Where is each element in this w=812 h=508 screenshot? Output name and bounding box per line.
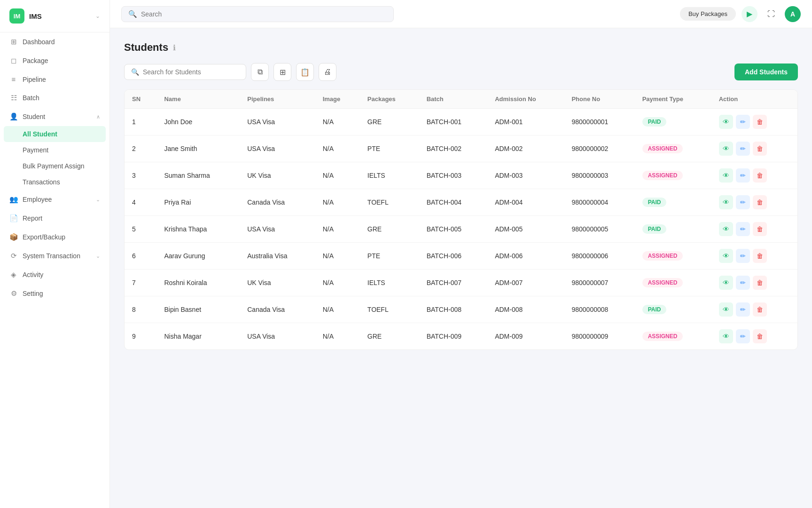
payment-badge: PAID xyxy=(642,117,667,127)
cell-phone-no: 9800000009 xyxy=(564,323,634,350)
edit-button[interactable]: ✏ xyxy=(736,168,750,183)
cell-phone-no: 9800000005 xyxy=(564,216,634,243)
system-transaction-chevron-icon: ⌄ xyxy=(96,253,100,259)
cell-packages: TOEFL xyxy=(360,189,419,216)
cell-name: Suman Sharma xyxy=(156,162,240,189)
edit-button[interactable]: ✏ xyxy=(736,276,750,290)
play-icon-button[interactable]: ▶ xyxy=(742,6,757,22)
table-row: 2 Jane Smith USA Visa N/A PTE BATCH-002 … xyxy=(125,135,797,162)
table-search-wrap[interactable]: 🔍 xyxy=(124,64,246,80)
sidebar-item-package[interactable]: ◻ Package xyxy=(0,51,109,70)
view-button[interactable]: 👁 xyxy=(719,302,733,317)
sidebar-item-batch[interactable]: ☷ Batch xyxy=(0,88,109,107)
cell-name: John Doe xyxy=(156,109,240,135)
delete-button[interactable]: 🗑 xyxy=(753,276,767,290)
delete-button[interactable]: 🗑 xyxy=(753,168,767,183)
sidebar-item-all-student[interactable]: All Student xyxy=(4,126,106,142)
edit-button[interactable]: ✏ xyxy=(736,142,750,156)
cell-payment-type: ASSIGNED xyxy=(635,162,711,189)
sidebar-item-activity[interactable]: ◈ Activity xyxy=(0,265,109,284)
view-button[interactable]: 👁 xyxy=(719,276,733,290)
cell-pipelines: USA Visa xyxy=(240,109,315,135)
page-header: Students ℹ xyxy=(124,41,798,54)
sidebar-label-package: Package xyxy=(23,57,48,64)
cell-name: Jane Smith xyxy=(156,135,240,162)
info-icon[interactable]: ℹ xyxy=(173,43,176,52)
delete-button[interactable]: 🗑 xyxy=(753,249,767,263)
global-search-wrap[interactable]: 🔍 xyxy=(121,6,394,22)
print-button[interactable]: 🖨 xyxy=(319,63,336,81)
delete-button[interactable]: 🗑 xyxy=(753,302,767,317)
sidebar-item-report[interactable]: 📄 Report xyxy=(0,209,109,228)
cell-phone-no: 9800000006 xyxy=(564,243,634,270)
cell-image: N/A xyxy=(315,270,360,296)
add-students-button[interactable]: Add Students xyxy=(734,64,798,80)
delete-button[interactable]: 🗑 xyxy=(753,142,767,156)
cell-admission-no: ADM-008 xyxy=(487,296,564,323)
view-button[interactable]: 👁 xyxy=(719,142,733,156)
delete-button[interactable]: 🗑 xyxy=(753,195,767,209)
cell-admission-no: ADM-004 xyxy=(487,189,564,216)
view-button[interactable]: 👁 xyxy=(719,115,733,129)
cell-batch: BATCH-006 xyxy=(419,243,488,270)
sidebar-item-dashboard[interactable]: ⊞ Dashboard xyxy=(0,32,109,51)
sidebar-item-employee[interactable]: 👥 Employee ⌄ xyxy=(0,190,109,209)
avatar[interactable]: A xyxy=(785,6,801,22)
view-button[interactable]: 👁 xyxy=(719,249,733,263)
view-button[interactable]: 👁 xyxy=(719,195,733,209)
sidebar-item-student[interactable]: 👤 Student ∧ xyxy=(0,107,109,126)
delete-button[interactable]: 🗑 xyxy=(753,329,767,343)
edit-button[interactable]: ✏ xyxy=(736,222,750,236)
cell-packages: GRE xyxy=(360,109,419,135)
cell-sn: 3 xyxy=(125,162,156,189)
action-buttons: 👁 ✏ 🗑 xyxy=(719,168,790,183)
view-button[interactable]: 👁 xyxy=(719,329,733,343)
students-table: SN Name Pipelines Image Packages Batch A… xyxy=(125,90,797,349)
fullscreen-button[interactable]: ⛶ xyxy=(763,6,779,22)
sidebar-item-system-transaction[interactable]: ⟳ System Transaction ⌄ xyxy=(0,246,109,265)
sidebar-item-setting[interactable]: ⚙ Setting xyxy=(0,284,109,303)
sidebar-item-export-backup[interactable]: 📦 Export/Backup xyxy=(0,228,109,246)
edit-button[interactable]: ✏ xyxy=(736,249,750,263)
cell-payment-type: PAID xyxy=(635,189,711,216)
edit-button[interactable]: ✏ xyxy=(736,302,750,317)
copy-button[interactable]: ⧉ xyxy=(251,63,269,81)
sidebar-item-transactions[interactable]: Transactions xyxy=(0,174,109,190)
excel-button[interactable]: ⊞ xyxy=(273,63,291,81)
cell-batch: BATCH-008 xyxy=(419,296,488,323)
view-button[interactable]: 👁 xyxy=(719,222,733,236)
buy-packages-button[interactable]: Buy Packages xyxy=(680,7,736,21)
csv-button[interactable]: 📋 xyxy=(296,63,314,81)
cell-image: N/A xyxy=(315,135,360,162)
global-search-input[interactable] xyxy=(141,10,387,18)
col-image: Image xyxy=(315,90,360,109)
sidebar-label-bulk-payment-assign: Bulk Payment Assign xyxy=(23,162,85,170)
cell-image: N/A xyxy=(315,323,360,350)
sidebar-item-bulk-payment-assign[interactable]: Bulk Payment Assign xyxy=(0,158,109,174)
cell-packages: IELTS xyxy=(360,162,419,189)
sidebar-logo[interactable]: IM IMS ⌄ xyxy=(0,0,109,32)
cell-payment-type: PAID xyxy=(635,109,711,135)
col-admission-no: Admission No xyxy=(487,90,564,109)
cell-name: Priya Rai xyxy=(156,189,240,216)
view-button[interactable]: 👁 xyxy=(719,168,733,183)
topbar-actions: Buy Packages ▶ ⛶ A xyxy=(680,6,801,22)
edit-button[interactable]: ✏ xyxy=(736,115,750,129)
cell-pipelines: UK Visa xyxy=(240,270,315,296)
table-search-input[interactable] xyxy=(143,68,239,76)
delete-button[interactable]: 🗑 xyxy=(753,222,767,236)
action-buttons: 👁 ✏ 🗑 xyxy=(719,142,790,156)
system-transaction-icon: ⟳ xyxy=(9,252,18,260)
edit-button[interactable]: ✏ xyxy=(736,329,750,343)
activity-icon: ◈ xyxy=(9,270,18,279)
sidebar-item-pipeline[interactable]: ≡ Pipeline xyxy=(0,70,109,88)
table-row: 8 Bipin Basnet Canada Visa N/A TOEFL BAT… xyxy=(125,296,797,323)
table-row: 6 Aarav Gurung Australia Visa N/A PTE BA… xyxy=(125,243,797,270)
cell-packages: IELTS xyxy=(360,270,419,296)
delete-button[interactable]: 🗑 xyxy=(753,115,767,129)
cell-pipelines: Canada Visa xyxy=(240,189,315,216)
edit-button[interactable]: ✏ xyxy=(736,195,750,209)
cell-action: 👁 ✏ 🗑 xyxy=(711,323,797,350)
action-buttons: 👁 ✏ 🗑 xyxy=(719,115,790,129)
sidebar-item-payment[interactable]: Payment xyxy=(0,142,109,158)
